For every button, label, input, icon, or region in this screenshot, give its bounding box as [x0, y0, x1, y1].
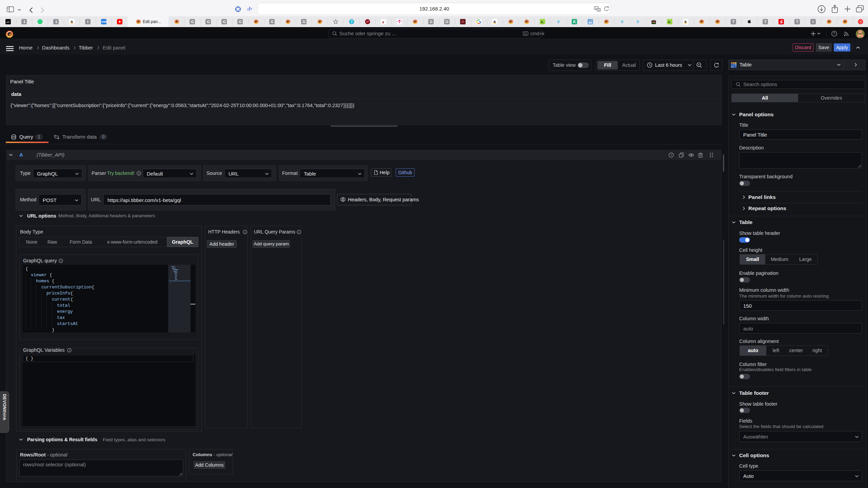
svg-text:T: T [764, 20, 767, 24]
svg-text:A: A [595, 7, 597, 9]
svg-text:1: 1 [23, 20, 25, 24]
svg-text:G: G [302, 20, 305, 24]
svg-text:?: ? [833, 32, 835, 36]
svg-text:T: T [732, 20, 735, 24]
svg-text:O: O [446, 20, 449, 24]
svg-text:T: T [796, 20, 798, 24]
svg-text:?: ? [670, 154, 672, 157]
svg-text:D,: D, [541, 20, 544, 24]
svg-text:DSM: DSM [101, 21, 106, 23]
svg-text:G: G [191, 20, 194, 24]
svg-text:a: a [71, 19, 73, 23]
svg-text:I: I [87, 20, 88, 24]
svg-text:G: G [223, 20, 226, 24]
svg-text:e: e [382, 19, 384, 24]
svg-text:T: T [398, 19, 401, 24]
svg-text:7: 7 [351, 20, 353, 24]
svg-text:a: a [685, 19, 687, 23]
svg-text:aaP: aaP [6, 21, 9, 23]
svg-text:D,: D, [668, 20, 671, 24]
svg-text:I: I [812, 20, 813, 24]
svg-text:G: G [207, 20, 210, 24]
svg-text:G: G [430, 20, 433, 24]
svg-text:1: 1 [55, 20, 57, 24]
svg-text:文: 文 [598, 9, 600, 12]
svg-text:a: a [494, 19, 496, 23]
svg-text:K: K [573, 20, 576, 24]
svg-text:G: G [239, 20, 242, 24]
svg-text:G: G [271, 20, 274, 24]
